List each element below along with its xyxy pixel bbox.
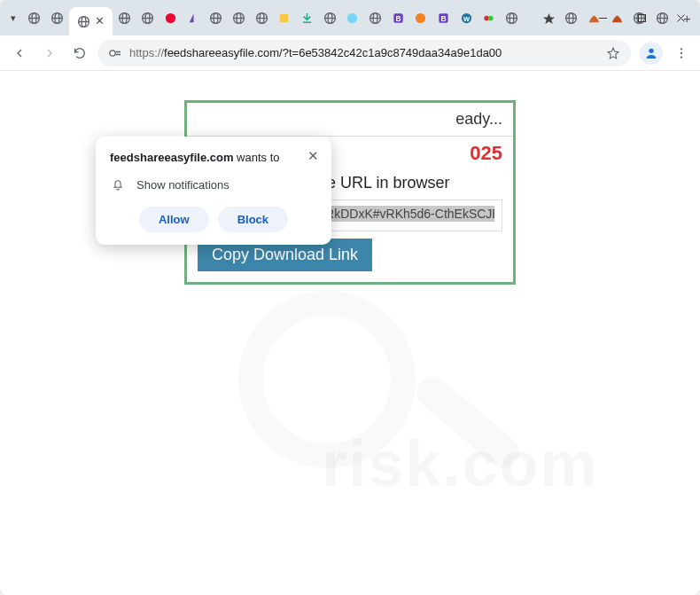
svg-text:W: W <box>463 14 471 22</box>
card-heading: eady... <box>187 103 513 137</box>
tab-icon-21[interactable] <box>540 9 557 27</box>
svg-rect-25 <box>280 13 288 21</box>
tab-strip: ▾ ✕ B B W + <box>0 0 700 35</box>
svg-point-59 <box>110 50 115 55</box>
forward-button[interactable] <box>37 41 62 66</box>
tab-icon-5[interactable] <box>161 9 179 27</box>
svg-rect-56 <box>638 14 645 21</box>
page-content: risk.com eady... 025 Copy and paste the … <box>0 71 700 595</box>
notification-line-text: Show notifications <box>136 178 229 192</box>
address-bar[interactable]: https://feedshareeasyfile.com/?t=6e53842… <box>97 40 631 67</box>
tab-icon-7[interactable] <box>207 9 225 27</box>
watermark-text: risk.com <box>322 427 598 500</box>
tab-icon-15[interactable]: B <box>389 9 407 27</box>
browser-menu-icon[interactable] <box>670 42 693 65</box>
tab-icon-16[interactable] <box>412 9 430 27</box>
back-button[interactable] <box>7 41 32 66</box>
reload-button[interactable] <box>67 41 92 66</box>
allow-button[interactable]: Allow <box>139 207 209 232</box>
tab-icon-3[interactable] <box>116 9 134 27</box>
tab-icon-6[interactable] <box>184 9 202 27</box>
tab-icon-11[interactable] <box>299 9 316 27</box>
minimize-button[interactable] <box>583 0 622 35</box>
watermark-handle <box>410 370 525 474</box>
tab-icon-19[interactable] <box>480 9 498 27</box>
browser-window: ▾ ✕ B B W + <box>0 0 700 595</box>
block-button[interactable]: Block <box>218 207 288 232</box>
tab-icon-14[interactable] <box>367 9 385 27</box>
bookmark-star-icon[interactable] <box>606 46 620 60</box>
tab-icon-22[interactable] <box>563 9 580 27</box>
toolbar: https://feedshareeasyfile.com/?t=6e53842… <box>0 35 700 71</box>
tab-icon-13[interactable] <box>344 9 362 27</box>
tab-icon-20[interactable] <box>503 9 521 27</box>
svg-point-30 <box>347 12 357 22</box>
tab-icon-12[interactable] <box>321 9 338 27</box>
svg-point-42 <box>488 15 494 20</box>
tab-icon-4[interactable] <box>139 9 157 27</box>
active-tab[interactable]: ✕ <box>69 7 113 35</box>
maximize-button[interactable] <box>622 0 661 35</box>
svg-point-36 <box>416 12 425 22</box>
site-info-icon[interactable] <box>108 46 122 60</box>
notification-row: Show notifications <box>110 176 317 192</box>
notification-title: feedshareeasyfile.com wants to <box>110 151 317 164</box>
tab-icon-10[interactable] <box>276 9 293 27</box>
tab-icon-18[interactable]: W <box>457 9 475 27</box>
svg-point-63 <box>681 48 682 50</box>
close-window-button[interactable] <box>661 0 700 35</box>
svg-point-64 <box>681 51 682 53</box>
tab-icon-17[interactable]: B <box>435 9 453 27</box>
tab-close-icon[interactable]: ✕ <box>95 15 107 27</box>
svg-point-65 <box>681 56 682 58</box>
bell-icon <box>110 176 126 192</box>
watermark-lens <box>238 291 416 468</box>
svg-point-62 <box>649 48 653 52</box>
address-url: https://feedshareeasyfile.com/?t=6e53842… <box>129 46 599 59</box>
tab-icon-1[interactable] <box>26 9 43 27</box>
tab-separator <box>525 9 534 27</box>
notification-close-icon[interactable]: ✕ <box>305 147 321 163</box>
svg-text:B: B <box>395 13 401 22</box>
tab-icon-9[interactable] <box>253 9 270 27</box>
profile-avatar[interactable] <box>640 42 663 65</box>
active-tab-favicon <box>74 12 92 30</box>
svg-text:B: B <box>441 13 447 22</box>
window-controls <box>583 0 700 35</box>
tabs-caret-icon[interactable]: ▾ <box>5 10 21 26</box>
tab-icon-8[interactable] <box>230 9 248 27</box>
tab-icon-2[interactable] <box>48 9 66 27</box>
notification-permission-popup: ✕ feedshareeasyfile.com wants to Show no… <box>96 137 331 245</box>
svg-point-15 <box>166 12 175 22</box>
